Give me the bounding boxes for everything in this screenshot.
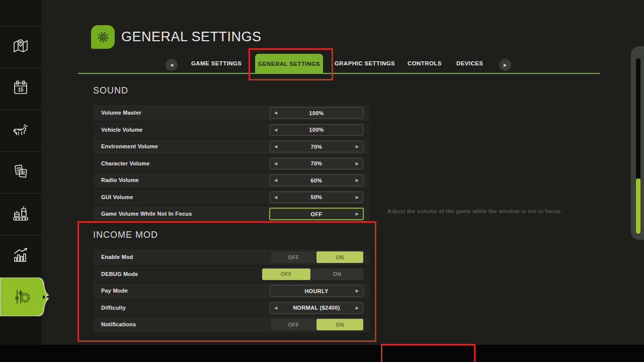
stepper-control[interactable]: ◀50%▶ (270, 192, 363, 203)
stepper-left-arrow-icon[interactable]: ◀ (274, 303, 277, 313)
settings-row: Difficulty◀NORMAL ($2400)▶ (93, 300, 370, 316)
scrollbar-thumb[interactable] (636, 178, 640, 234)
stepper-value: OFF (311, 211, 323, 217)
stepper-control[interactable]: OFF▶ (269, 208, 364, 220)
sidebar-item-animals[interactable] (0, 110, 41, 151)
section-title-sound: SOUND (93, 85, 128, 96)
sidebar: 15 (0, 0, 41, 345)
stepper-left-arrow-icon[interactable]: ◀ (274, 125, 277, 135)
stepper-control[interactable]: ◀100% (270, 107, 363, 119)
toggle-on-button[interactable]: ON (311, 268, 363, 280)
page-title: GENERAL SETTINGS (121, 29, 262, 45)
stepper-right-arrow-icon[interactable]: ▶ (356, 303, 359, 313)
svg-text:15: 15 (18, 87, 24, 93)
setting-label: Vehicle Volume (101, 127, 143, 133)
tabs-underline (78, 73, 600, 74)
stepper-right-arrow-icon[interactable]: ▶ (356, 141, 359, 152)
stepper-left-arrow-icon[interactable]: ◀ (274, 192, 277, 203)
stepper-left-arrow-icon[interactable]: ◀ (274, 158, 277, 169)
sound-rows: Volume Master◀100%Vehicle Volume◀100%Env… (93, 105, 370, 223)
setting-label: Character Volume (101, 160, 150, 166)
stepper-control[interactable]: ◀NORMAL ($2400)▶ (270, 302, 363, 314)
stepper-control[interactable]: ◀70%▶ (270, 158, 363, 169)
stepper-left-arrow-icon[interactable]: ◀ (274, 175, 277, 186)
stepper-value: 70% (311, 160, 323, 166)
setting-description: Adjust the volume of the game while the … (387, 208, 562, 214)
stepper-value: 50% (311, 194, 323, 200)
setting-label: Game Volume While Not In Focus (101, 211, 192, 217)
toggle-off-button[interactable]: OFF (271, 319, 316, 330)
settings-row: GUI Volume◀50%▶ (93, 190, 370, 205)
contracts-icon (11, 161, 31, 184)
stepper-value: 70% (311, 144, 323, 150)
tab-devices[interactable]: DEVICES (456, 60, 483, 66)
stepper-control[interactable]: ◀100% (270, 124, 363, 136)
stepper-control[interactable]: HOURLY▶ (270, 285, 363, 297)
stepper-left-arrow-icon[interactable]: ◀ (274, 141, 277, 152)
toggle-on-button[interactable]: ON (316, 251, 363, 263)
stepper-value: 100% (309, 110, 324, 116)
setting-label: Pay Mode (101, 288, 128, 294)
settings-sliders-icon (11, 287, 31, 309)
stepper-value: 100% (309, 127, 324, 133)
settings-row: Volume Master◀100% (93, 105, 370, 121)
stepper-right-arrow-icon[interactable]: ▶ (356, 286, 359, 296)
sidebar-item-settings-active[interactable] (0, 277, 41, 317)
toggle-control: OFFON (262, 268, 363, 280)
setting-label: Difficulty (101, 305, 126, 311)
toggle-on-button[interactable]: ON (316, 319, 363, 330)
settings-row: NotificationsOFFON (93, 317, 370, 332)
chevron-left-icon: ◀ (170, 63, 173, 67)
toggle-off-button[interactable]: OFF (262, 268, 310, 280)
stepper-value: HOURLY (304, 288, 328, 294)
cow-icon (11, 120, 31, 142)
statistics-icon (11, 245, 31, 267)
setting-label: GUI Volume (101, 194, 133, 200)
toggle-control: OFFON (271, 251, 363, 263)
sidebar-item-production[interactable] (0, 193, 41, 234)
stepper-right-arrow-icon[interactable]: ▶ (356, 192, 359, 203)
stepper-value: 60% (311, 177, 323, 184)
footer-bar: X RESET INCOME SETTINGS | Q PREVIOUS MEN… (0, 345, 644, 362)
settings-row: Radio Volume◀60%▶ (93, 172, 370, 188)
sidebar-item-calendar[interactable]: 15 (0, 68, 41, 109)
stepper-control[interactable]: ◀70%▶ (270, 141, 363, 152)
tab-game-settings[interactable]: GAME SETTINGS (191, 60, 242, 66)
sidebar-item-contracts[interactable] (0, 151, 41, 193)
tab-controls[interactable]: CONTROLS (408, 60, 442, 66)
tab-graphic-settings[interactable]: GRAPHIC SETTINGS (335, 60, 395, 66)
stepper-control[interactable]: ◀60%▶ (270, 174, 363, 186)
setting-label: Enable Mod (101, 254, 133, 260)
toggle-off-button[interactable]: OFF (271, 251, 316, 263)
stepper-value: NORMAL ($2400) (293, 305, 340, 311)
tabs-prev-button[interactable]: ◀ (166, 59, 178, 71)
tabs-next-button[interactable]: ▶ (499, 59, 511, 71)
stepper-left-arrow-icon[interactable]: ◀ (274, 108, 277, 118)
settings-row: Pay ModeHOURLY▶ (93, 283, 370, 299)
income-rows: Enable ModOFFONDEBUG ModeOFFONPay ModeHO… (93, 249, 370, 334)
settings-row: Character Volume◀70%▶ (93, 156, 370, 171)
settings-row: Enable ModOFFON (93, 249, 370, 265)
setting-label: Volume Master (101, 110, 141, 116)
section-title-income-mod: INCOME MOD (93, 230, 158, 240)
settings-row: Vehicle Volume◀100% (93, 122, 370, 138)
stepper-right-arrow-icon[interactable]: ▶ (356, 209, 359, 219)
map-icon (11, 36, 31, 58)
sidebar-item-map[interactable] (0, 26, 41, 67)
setting-label: Environment Volume (101, 143, 158, 149)
stepper-right-arrow-icon[interactable]: ▶ (356, 175, 359, 186)
tab-general-settings[interactable]: GENERAL SETTINGS (255, 54, 323, 73)
setting-label: DEBUG Mode (101, 271, 138, 277)
settings-screen: 15 (0, 0, 644, 362)
settings-row: Environment Volume◀70%▶ (93, 139, 370, 154)
calendar-icon: 15 (11, 78, 31, 100)
toggle-control: OFFON (271, 319, 363, 330)
setting-label: Radio Volume (101, 177, 139, 183)
sidebar-item-statistics[interactable] (0, 235, 41, 276)
settings-row: DEBUG ModeOFFON (93, 266, 370, 282)
settings-row: Game Volume While Not In FocusOFF▶ (93, 206, 370, 222)
chevron-right-icon: ▶ (504, 63, 507, 67)
stepper-right-arrow-icon[interactable]: ▶ (356, 158, 359, 169)
general-settings-icon (91, 25, 115, 49)
production-icon (11, 203, 31, 225)
